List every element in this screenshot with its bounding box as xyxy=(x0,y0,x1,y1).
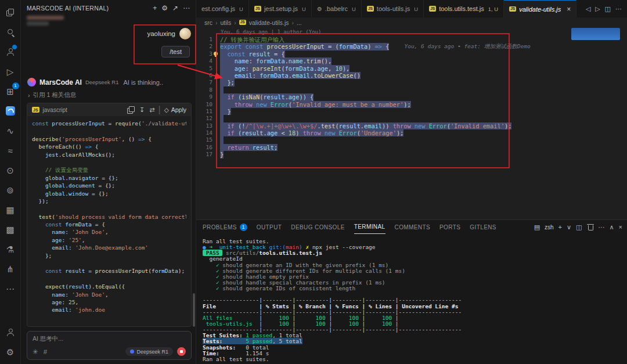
js-file-icon: JS xyxy=(239,20,246,26)
context-hash-button[interactable]: # xyxy=(44,348,47,355)
editor-code-area[interactable]: You, 6 days ago | 1 author (You) 1// 转换并… xyxy=(196,27,627,219)
panel-tab-comments[interactable]: COMMENTS xyxy=(395,220,431,234)
split-editor-icon[interactable]: ◫ xyxy=(605,6,611,12)
code-text: throw new Error('Invalid age: must be a … xyxy=(220,101,411,108)
tab-tools-utils-test-js[interactable]: JStools.utils.test.js1, U xyxy=(424,0,504,17)
split-terminal-icon[interactable]: ◫ xyxy=(576,224,582,230)
run-debug-icon[interactable]: ▷ xyxy=(0,62,21,81)
tab-label: .babelrc xyxy=(325,5,348,12)
user-command-chip[interactable]: /test xyxy=(161,46,190,57)
tab--babelrc[interactable]: ⚙.babelrcU xyxy=(312,0,362,17)
activity-bar-bottom: ⚙ xyxy=(0,322,20,362)
chat-input-box[interactable]: AI 思考中... ✳ # Deepseek R1 xyxy=(27,331,192,360)
code-block-header: JS javascript ↧⇄ | ◇ Apply xyxy=(27,103,191,116)
share-icon[interactable]: ↗ xyxy=(172,5,178,12)
nav-back-icon[interactable]: ◁ xyxy=(586,6,590,12)
tab-est-config-js[interactable]: est.config.jsU xyxy=(196,0,249,17)
lightbulb-icon[interactable] xyxy=(214,52,218,56)
flask-icon[interactable]: ⚗ xyxy=(0,239,21,259)
panel-tab-output[interactable]: OUTPUT xyxy=(257,220,282,234)
code-text: const result = { xyxy=(220,51,285,57)
target-icon[interactable]: ⊚ xyxy=(0,180,21,200)
marscode-ai-icon[interactable] xyxy=(0,101,21,121)
terminal-dropdown-icon[interactable]: ∨ xyxy=(567,224,571,230)
line-number: 11 xyxy=(196,108,220,115)
line-number: 10 xyxy=(196,101,220,108)
line-number: 16 xyxy=(196,144,220,151)
terminal-output[interactable]: Ran all test suites.● ➜ unit-test_back g… xyxy=(203,239,627,364)
search-icon[interactable] xyxy=(0,22,21,42)
code-text xyxy=(220,115,224,122)
breadcrumb-item[interactable]: utils xyxy=(221,19,232,26)
copy-icon[interactable] xyxy=(127,106,135,114)
panel-tab-problems[interactable]: PROBLEMS1 xyxy=(203,220,247,234)
chat-code-line xyxy=(32,205,186,212)
code-text: if (result.age < 18) throw new Error('Un… xyxy=(220,129,403,136)
layers-icon[interactable]: ▩ xyxy=(0,219,21,239)
settings-gear-icon[interactable]: ⚙ xyxy=(0,342,21,362)
more-actions-icon[interactable]: ⋯ xyxy=(599,224,605,230)
accounts-icon[interactable] xyxy=(0,42,21,62)
nav-forward-icon[interactable]: ▷ xyxy=(595,6,600,12)
panel-tab-debug-console[interactable]: DEBUG CONSOLE xyxy=(291,220,344,234)
model-badge[interactable]: Deepseek R1 xyxy=(125,347,173,356)
play-circle-icon[interactable]: ⊙ xyxy=(0,160,21,180)
more-icon[interactable]: ⋯ xyxy=(183,5,190,12)
tab-jest-setup-js[interactable]: JSjest.setup.jsU xyxy=(249,0,312,17)
panel-tab-bar: PROBLEMS1OUTPUTDEBUG CONSOLETERMINALCOMM… xyxy=(196,220,627,234)
tab-label: tools.utils.test.js xyxy=(439,5,484,12)
git-fork-icon[interactable]: ⋔ xyxy=(0,259,21,279)
extensions-icon[interactable]: ⊞1 xyxy=(0,81,21,101)
close-panel-icon[interactable]: × xyxy=(619,224,622,230)
stop-generation-button[interactable] xyxy=(177,347,186,356)
chat-code-line: global.window = {}; xyxy=(32,190,186,197)
code-text xyxy=(220,136,224,143)
panel-tab-ports[interactable]: PORTS xyxy=(439,220,460,234)
panel-tab-gitlens[interactable]: GITLENS xyxy=(470,220,496,234)
sidebar-scrollbar[interactable] xyxy=(193,293,195,327)
code-text: } xyxy=(220,108,231,115)
maximize-panel-icon[interactable]: ∧ xyxy=(610,224,614,230)
panel-tab-terminal[interactable]: TERMINAL xyxy=(354,220,385,234)
sparkle-icon[interactable]: ✳ xyxy=(33,348,38,356)
insert-icon[interactable]: ↧ xyxy=(139,107,145,113)
kill-terminal-icon[interactable] xyxy=(587,224,594,231)
chat-code-line: email: 'john.doe xyxy=(32,306,186,313)
waves-icon[interactable]: ≈ xyxy=(0,140,21,160)
panel-action-icons: +∨◫⋯∧× xyxy=(558,220,622,234)
more-actions-icon[interactable]: ⋯ xyxy=(615,6,622,12)
compare-icon[interactable]: ⇄ xyxy=(149,107,154,113)
more-icon[interactable]: ⋯ xyxy=(0,279,21,298)
chat-code-line: global.navigator = {}; xyxy=(32,174,186,182)
new-chat-icon[interactable]: + xyxy=(153,5,157,12)
chat-code-line xyxy=(32,275,186,283)
editor-tab-bar: est.config.jsUJSjest.setup.jsU⚙.babelrcU… xyxy=(196,0,627,17)
grid-icon[interactable]: ▦ xyxy=(0,200,21,219)
tab-tools-utils-js[interactable]: JStools-utils.jsU xyxy=(362,0,424,17)
new-terminal-icon[interactable]: + xyxy=(558,224,562,230)
close-icon[interactable]: × xyxy=(567,5,571,13)
chat-code-line: email: 'John.Doe@example.com' xyxy=(32,244,186,251)
git-status-badge: 1, U xyxy=(488,6,498,12)
apply-button[interactable]: ◇ Apply xyxy=(164,106,186,113)
chat-code-line: global.document = {}; xyxy=(32,182,186,189)
assistant-model-label: Deepseek R1 xyxy=(85,79,119,85)
editor-area: est.config.jsUJSjest.setup.jsU⚙.babelrcU… xyxy=(196,0,627,219)
line-number: 9 xyxy=(196,93,220,100)
account-icon[interactable] xyxy=(0,322,21,342)
chat-code-line xyxy=(32,158,186,166)
breadcrumb-item[interactable]: src xyxy=(204,19,212,26)
settings-icon[interactable]: ⚙ xyxy=(161,5,168,12)
reference-toggle[interactable]: › 引用 1 相关信息 xyxy=(28,91,76,99)
breadcrumb-item[interactable]: validate-utils.js xyxy=(249,19,289,26)
panel-tab-label: GITLENS xyxy=(470,224,496,230)
git-status-badge: U xyxy=(239,6,243,12)
chat-code-line: test('should process valid form data cor… xyxy=(32,213,186,221)
breadcrumb-item[interactable]: ... xyxy=(297,19,302,26)
codelens-blame[interactable]: You, 6 days ago | 1 author (You) xyxy=(221,29,321,35)
copy-icon[interactable] xyxy=(0,2,21,22)
metrics-icon[interactable]: ∿ xyxy=(0,121,21,140)
user-message-header: yaoluxing xyxy=(147,28,191,39)
shell-label[interactable]: zsh xyxy=(545,224,554,230)
tab-validate-utils-js[interactable]: JSvalidate-utils.js× xyxy=(504,0,576,17)
